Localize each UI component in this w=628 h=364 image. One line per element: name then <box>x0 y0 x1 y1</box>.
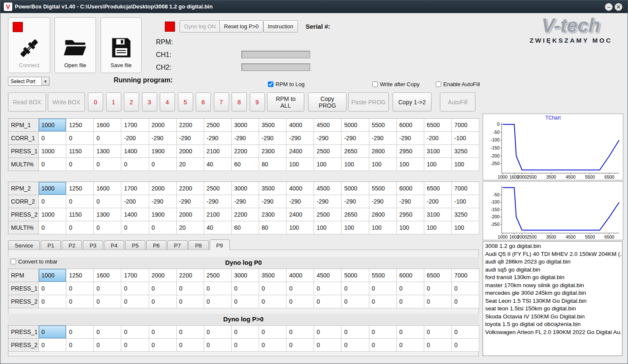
grid-cell[interactable]: 1250 <box>66 119 94 132</box>
grid-cell[interactable]: 0 <box>121 158 149 171</box>
grid-cell[interactable]: 0 <box>121 295 149 308</box>
grid-cell[interactable]: -290 <box>369 132 397 145</box>
tab-p6[interactable]: P6 <box>146 240 167 250</box>
grid-cell[interactable]: -290 <box>232 195 259 208</box>
grid-cell[interactable]: 0 <box>94 158 121 171</box>
tab-p9[interactable]: P9 <box>210 239 230 250</box>
grid-cell[interactable]: 3000 <box>232 182 259 195</box>
tab-p1[interactable]: P1 <box>41 240 61 250</box>
grid-cell[interactable]: 1300 <box>94 145 121 158</box>
grid-cell[interactable]: 0 <box>39 221 66 234</box>
grid-cell[interactable]: 2000 <box>149 182 177 195</box>
grid-cell[interactable]: 4000 <box>287 269 314 282</box>
grid-cell[interactable]: 6000 <box>397 182 424 195</box>
grid-cell[interactable]: 0 <box>287 282 314 295</box>
grid-cell[interactable]: 100 <box>314 158 341 171</box>
grid-cell[interactable]: -290 <box>341 195 369 208</box>
grid-cell[interactable]: 100 <box>341 158 369 171</box>
read-box-button[interactable]: Read BOX <box>8 92 46 111</box>
grid-cell[interactable]: 1900 <box>149 208 177 221</box>
grid-cell[interactable]: 0 <box>66 339 94 352</box>
grid-cell[interactable]: 0 <box>369 295 397 308</box>
grid-cell[interactable]: -290 <box>314 132 341 145</box>
grid-cell[interactable]: 1900 <box>149 145 177 158</box>
grid-cell[interactable]: 2200 <box>232 208 259 221</box>
grid-cell[interactable]: 0 <box>177 326 204 339</box>
grid-cell[interactable]: 3000 <box>232 269 259 282</box>
digit-button-6[interactable]: 6 <box>196 92 211 111</box>
grid-cell[interactable]: 7000 <box>452 182 479 195</box>
grid-cell[interactable]: 1000 <box>39 182 66 195</box>
grid-cell[interactable]: 1150 <box>66 145 94 158</box>
grid-cell[interactable]: 6500 <box>424 119 452 132</box>
grid-cell[interactable]: 2000 <box>177 145 204 158</box>
grid-cell[interactable]: 5000 <box>341 182 369 195</box>
grid-cell[interactable]: -290 <box>149 132 177 145</box>
grid-cell[interactable]: 0 <box>94 326 121 339</box>
grid-cell[interactable]: 0 <box>177 295 204 308</box>
digit-button-4[interactable]: 4 <box>160 92 175 111</box>
grid-cell[interactable]: 0 <box>149 282 177 295</box>
grid-cell[interactable]: 1600 <box>94 182 121 195</box>
grid-cell[interactable]: 2500 <box>204 182 232 195</box>
grid-cell[interactable]: 0 <box>424 339 452 352</box>
grid-cell[interactable]: -200 <box>121 132 149 145</box>
grid-cell[interactable]: -290 <box>369 195 397 208</box>
file-item[interactable]: Audi Q5 II (FY FL) 40 TDI MHEV 2.0 150kW… <box>483 250 622 258</box>
grid-cell[interactable]: 0 <box>39 132 66 145</box>
grid-cell[interactable]: 2200 <box>177 269 204 282</box>
file-item[interactable]: Seat Leon 1.5 TSI 130KM Go Digital.bin <box>483 297 622 305</box>
file-item[interactable]: seat leon 1.5tsi 150km go digital.bin <box>483 305 622 313</box>
grid-cell[interactable]: 0 <box>259 282 287 295</box>
grid-cell[interactable]: 0 <box>259 326 287 339</box>
file-item[interactable]: ford transit 130km go digital.bin <box>483 274 622 282</box>
grid-cell[interactable]: 1400 <box>121 208 149 221</box>
grid-cell[interactable]: 1000 <box>39 145 66 158</box>
grid-cell[interactable]: 2400 <box>287 145 314 158</box>
enable-autofill-checkbox[interactable]: Enable AutoFill <box>436 81 480 87</box>
grid-cell[interactable]: -290 <box>397 195 424 208</box>
grid-cell[interactable]: 2100 <box>204 145 232 158</box>
instruction-button[interactable]: Instruction <box>263 20 298 33</box>
convert-to-mbar-checkbox[interactable]: Convert to mbar <box>11 258 57 265</box>
tab-service[interactable]: Service <box>8 240 40 250</box>
grid-cell[interactable]: 6000 <box>397 269 424 282</box>
grid-cell[interactable]: 0 <box>121 282 149 295</box>
digit-button-7[interactable]: 7 <box>214 92 229 111</box>
rpm-to-log-checkbox-input[interactable] <box>268 81 273 87</box>
file-item[interactable]: mercedes gle 300d 245km go digital.bin <box>483 289 622 297</box>
grid-cell[interactable]: 7000 <box>452 119 479 132</box>
grid-cell[interactable]: 5000 <box>341 269 369 282</box>
grid-cell[interactable]: 20 <box>177 221 204 234</box>
grid-cell[interactable]: 0 <box>452 282 479 295</box>
grid-cell[interactable]: 0 <box>66 195 94 208</box>
grid-cell[interactable]: 80 <box>259 221 287 234</box>
grid-cell[interactable]: 6500 <box>424 182 452 195</box>
grid-cell[interactable]: 0 <box>232 326 259 339</box>
select-port-dropdown[interactable]: Select Port ▼ <box>8 77 49 86</box>
digit-button-1[interactable]: 1 <box>106 92 121 111</box>
grid-cell[interactable]: 0 <box>452 295 479 308</box>
copy-prog-button[interactable]: Copy PROG <box>308 92 347 111</box>
grid-cell[interactable]: 1000 <box>39 269 66 282</box>
tab-p2[interactable]: P2 <box>62 240 82 250</box>
grid-cell[interactable]: -290 <box>287 195 314 208</box>
copy-1-2-button[interactable]: Copy 1->2 <box>393 92 431 111</box>
grid-cell[interactable]: 1000 <box>39 119 66 132</box>
grid-cell[interactable]: 0 <box>232 295 259 308</box>
rpm-to-all-button[interactable]: RPM to ALL <box>267 92 304 111</box>
grid-cell[interactable]: 80 <box>259 158 287 171</box>
grid-cell[interactable]: 100 <box>452 158 479 171</box>
digit-button-2[interactable]: 2 <box>124 92 139 111</box>
grid-cell[interactable]: 2200 <box>177 182 204 195</box>
grid-cell[interactable]: -100 <box>452 195 479 208</box>
file-item[interactable]: audi sq5 go digital.bin <box>483 266 622 274</box>
grid-cell[interactable]: 0 <box>149 339 177 352</box>
grid-cell[interactable]: 2950 <box>397 145 424 158</box>
digit-button-0[interactable]: 0 <box>88 92 103 111</box>
reset-log-button[interactable]: Reset log P>0 <box>219 20 263 33</box>
grid-cell[interactable]: 0 <box>66 158 94 171</box>
grid-cell[interactable]: 0 <box>94 132 121 145</box>
grid-cell[interactable]: 2400 <box>287 208 314 221</box>
grid-cell[interactable]: 2800 <box>369 208 397 221</box>
